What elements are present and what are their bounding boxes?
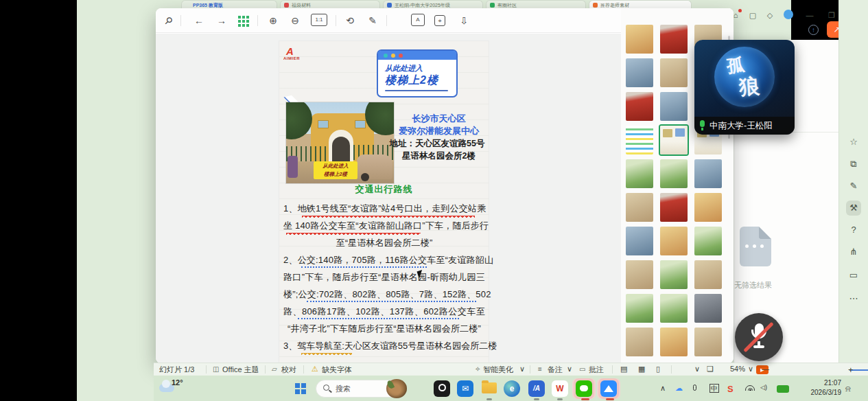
gallery-thumbnail[interactable] (626, 25, 653, 54)
browser-tab-3[interactable]: 王松阳-中南大学2025年级 (383, 0, 483, 8)
tools-icon[interactable]: ⚒ (846, 200, 861, 216)
more-icon[interactable]: ⋯ (846, 291, 861, 306)
thumbnail-grid-icon[interactable] (238, 16, 241, 19)
comment-label[interactable]: 批注 (589, 365, 604, 375)
gallery-thumbnail[interactable] (660, 126, 688, 154)
pen-icon[interactable]: ✎ (846, 179, 861, 194)
ime-indicator[interactable]: 中 (709, 384, 719, 393)
browser-tab-5-active[interactable]: 推荐老师素材 (589, 0, 692, 8)
zoom-out-icon[interactable]: ⊖ (288, 14, 303, 27)
tray-expand-icon[interactable]: ∧ (660, 384, 666, 393)
browser-tab-2[interactable]: 福袋材料 (280, 0, 380, 8)
gallery-thumbnail[interactable] (660, 159, 688, 188)
missing-font-label[interactable]: 缺失字体 (322, 365, 352, 375)
gallery-thumbnail[interactable] (626, 92, 653, 121)
chevron-down-icon[interactable]: ∨ (567, 365, 572, 374)
mute-microphone-button[interactable] (735, 313, 783, 361)
gallery-thumbnail[interactable] (694, 227, 722, 255)
windows-panes-icon[interactable]: ⧉ (846, 157, 861, 172)
help-icon[interactable]: ? (846, 222, 861, 238)
zoom-out-button[interactable]: — (762, 365, 769, 373)
gallery-thumbnail[interactable] (694, 294, 722, 323)
file-explorer-icon[interactable] (482, 382, 497, 393)
wps-office-icon[interactable]: W (552, 380, 568, 397)
gallery-thumbnail[interactable] (626, 159, 653, 188)
ia-app-icon[interactable]: /A (528, 380, 545, 397)
notification-bell-icon[interactable]: ⍾ (845, 384, 851, 393)
gallery-thumbnail[interactable] (660, 58, 688, 87)
account-avatar[interactable] (784, 10, 793, 19)
rotate-icon[interactable]: ⟲ (342, 14, 357, 27)
volume-icon[interactable]: ◁) (760, 384, 767, 391)
view-sorter-icon[interactable]: ▦ (638, 365, 645, 374)
gallery-thumbnail[interactable] (626, 58, 653, 87)
forward-icon[interactable]: → (214, 14, 229, 27)
gallery-thumbnail[interactable] (626, 328, 653, 356)
edge-browser-icon[interactable]: e (504, 380, 520, 397)
back-icon[interactable]: ← (191, 14, 207, 27)
smart-beautify-label[interactable]: 智能美化 (483, 365, 513, 375)
chevron-down-icon[interactable]: ∨ (519, 365, 525, 374)
zoom-in-icon[interactable]: ⊕ (266, 14, 281, 27)
pin-icon[interactable]: ⚲ (159, 10, 179, 31)
gallery-thumbnail[interactable] (694, 193, 722, 222)
tab-favicon (490, 3, 495, 8)
view-normal-icon[interactable]: ▤ (620, 365, 627, 374)
gallery-thumbnail[interactable] (660, 260, 688, 289)
s-app-tray-icon[interactable]: S (727, 384, 734, 394)
clock[interactable]: 21:07 2026/3/19 (799, 378, 841, 398)
new-tab-icon[interactable]: ▢ (747, 10, 758, 21)
gallery-thumbnail[interactable] (660, 92, 688, 121)
zoom-in-button[interactable]: + (848, 365, 854, 375)
edit-icon[interactable]: ✎ (365, 14, 380, 27)
gallery-thumbnail[interactable] (694, 260, 722, 289)
fit-icon[interactable]: ❏ (707, 365, 714, 374)
notes-icon: ≡ (538, 365, 542, 373)
download-icon[interactable]: ⇩ (456, 14, 471, 27)
gallery-thumbnail[interactable] (660, 227, 688, 255)
meeting-participant-overlay[interactable]: 孤 狼 中南大学-王松阳 (694, 40, 795, 135)
mail-app-icon[interactable]: ✉ (457, 380, 473, 397)
start-button[interactable] (295, 383, 300, 388)
gallery-thumbnail[interactable] (626, 193, 653, 222)
gallery-thumbnail[interactable] (660, 25, 688, 54)
office-theme-label[interactable]: Office 主题 (222, 365, 259, 375)
proofread-label[interactable]: 校对 (281, 365, 296, 375)
tencent-meeting-icon[interactable] (600, 380, 617, 397)
browser-tab-1[interactable]: PP365 教育版 (181, 0, 277, 8)
chevron-down-icon[interactable]: ∨ (694, 365, 700, 374)
gallery-thumbnail[interactable] (626, 227, 653, 255)
star-icon[interactable]: ☆ (846, 135, 861, 150)
gallery-thumbnail[interactable] (626, 126, 653, 154)
wechat-icon[interactable] (576, 380, 592, 397)
search-highlight-image[interactable] (386, 379, 407, 398)
comment-bubble-icon[interactable]: ▭ (846, 268, 861, 283)
zoom-level[interactable]: 54% (730, 365, 745, 373)
window-restore-icon[interactable]: ❐ (826, 10, 837, 21)
gallery-thumbnail[interactable] (626, 260, 653, 289)
chevron-down-icon[interactable]: ∨ (748, 365, 753, 374)
gallery-thumbnail[interactable] (626, 294, 653, 323)
gallery-thumbnail[interactable] (694, 159, 722, 188)
actual-size-icon[interactable]: 1:1 (311, 14, 327, 26)
battery-icon[interactable] (777, 385, 789, 393)
upload-icon[interactable]: ↑ (808, 25, 819, 35)
gallery-thumbnail[interactable] (660, 328, 688, 356)
package-icon[interactable]: ◇ (764, 10, 775, 21)
photos-app-icon[interactable] (434, 380, 450, 397)
search-box[interactable]: 搜索 (316, 380, 405, 398)
skin-icon[interactable]: ⋔ (846, 244, 861, 260)
ocr-icon[interactable]: ⌖ (434, 15, 445, 26)
microphone-tray-icon[interactable] (693, 384, 696, 392)
notes-label[interactable]: 备注 (548, 365, 563, 375)
browser-tab-4[interactable]: 有圈社区 (486, 0, 586, 8)
extract-text-icon[interactable]: A (411, 14, 425, 26)
weather-temperature[interactable]: 12° (172, 378, 183, 387)
onedrive-icon[interactable]: ☁ (675, 384, 683, 393)
gallery-thumbnail[interactable] (660, 193, 688, 222)
gallery-thumbnail[interactable] (694, 328, 722, 356)
gallery-thumbnail[interactable] (660, 294, 688, 323)
wifi-icon[interactable] (745, 385, 755, 391)
view-read-icon[interactable]: ▯ (656, 365, 660, 374)
window-minimize-icon[interactable]: — (804, 10, 815, 21)
